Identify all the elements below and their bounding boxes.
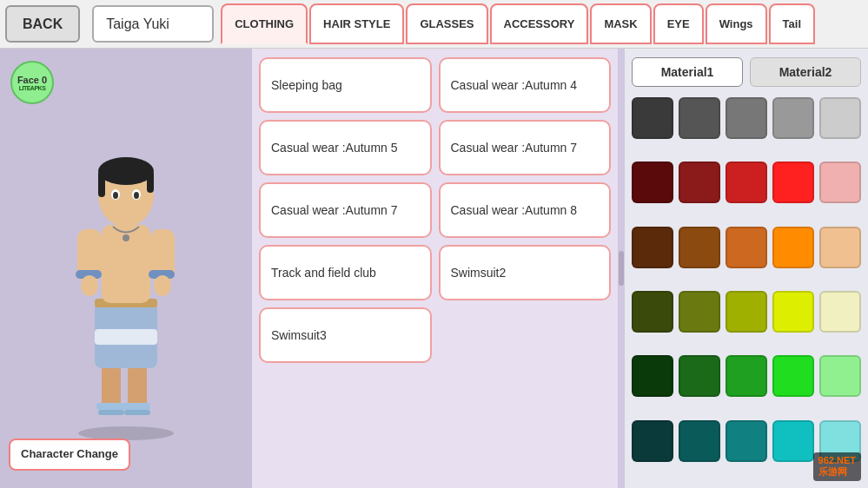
color-swatch-23[interactable] <box>772 355 814 397</box>
color-swatch-24[interactable] <box>819 355 861 397</box>
clothing-item-casual-autumn-7b[interactable]: Casual wear :Autumn 7 <box>259 182 432 238</box>
color-swatch-21[interactable] <box>679 355 720 397</box>
clothing-item-sleeping-bag[interactable]: Sleeping bag <box>259 57 432 113</box>
color-swatch-14[interactable] <box>819 227 861 268</box>
main-content: Face 0 LITEAPKS <box>0 49 868 488</box>
clothing-item-casual-autumn-5[interactable]: Casual wear :Autumn 5 <box>259 120 432 175</box>
nav-tabs: CLOTHINGHAIR STYLEGLASSESACCESSORYMASKEY… <box>221 0 815 48</box>
nav-tab-hairstyle[interactable]: HAIR STYLE <box>309 3 404 44</box>
color-swatch-0[interactable] <box>632 97 673 139</box>
color-swatch-3[interactable] <box>772 97 814 139</box>
color-swatch-8[interactable] <box>772 162 814 203</box>
color-swatch-4[interactable] <box>819 97 861 139</box>
divider-handle <box>619 251 624 286</box>
nav-tab-wings[interactable]: Wings <box>706 3 767 44</box>
color-swatch-12[interactable] <box>726 227 767 268</box>
watermark: 962.NET 乐游网 <box>813 452 861 481</box>
back-button[interactable]: BACK <box>5 5 80 43</box>
color-swatch-5[interactable] <box>632 162 673 203</box>
color-swatch-19[interactable] <box>819 291 861 333</box>
color-swatch-16[interactable] <box>679 291 720 333</box>
watermark-sub: 乐游网 <box>818 466 847 477</box>
svg-rect-15 <box>147 171 154 193</box>
clothing-item-track-field[interactable]: Track and field club <box>259 245 432 300</box>
svg-point-25 <box>81 275 98 296</box>
nav-tab-glasses[interactable]: GLASSES <box>406 3 487 44</box>
color-swatch-7[interactable] <box>726 162 767 203</box>
top-bar: BACK Taiga Yuki CLOTHINGHAIR STYLEGLASSE… <box>0 0 868 49</box>
color-swatch-13[interactable] <box>772 227 814 268</box>
color-swatch-6[interactable] <box>679 162 720 203</box>
svg-point-13 <box>98 157 154 185</box>
color-swatch-20[interactable] <box>632 355 673 397</box>
clothing-item-casual-autumn-8[interactable]: Casual wear :Autumn 8 <box>439 182 612 238</box>
color-swatch-22[interactable] <box>726 355 767 397</box>
nav-tab-eye[interactable]: EYE <box>653 3 704 44</box>
svg-point-26 <box>154 275 171 296</box>
svg-point-18 <box>113 192 118 199</box>
svg-point-19 <box>134 192 139 199</box>
color-swatch-2[interactable] <box>726 97 767 139</box>
color-swatch-15[interactable] <box>632 291 673 333</box>
clothing-item-casual-autumn-4[interactable]: Casual wear :Autumn 4 <box>439 57 612 113</box>
color-swatch-27[interactable] <box>726 420 767 462</box>
svg-rect-4 <box>123 403 150 410</box>
color-swatch-28[interactable] <box>772 420 814 462</box>
watermark-site: 962.NET <box>818 455 856 465</box>
svg-point-20 <box>123 234 129 241</box>
color-swatch-26[interactable] <box>679 420 720 462</box>
character-svg <box>56 112 195 442</box>
material-tabs: Material1 Material2 <box>632 57 861 87</box>
svg-rect-8 <box>95 329 157 345</box>
clothing-item-casual-autumn-7a[interactable]: Casual wear :Autumn 7 <box>439 120 612 175</box>
color-swatch-25[interactable] <box>632 420 673 462</box>
color-swatch-11[interactable] <box>679 227 720 268</box>
color-swatch-18[interactable] <box>772 291 814 333</box>
nav-tab-clothing[interactable]: CLOTHING <box>221 3 308 44</box>
character-area: Face 0 LITEAPKS <box>0 49 252 488</box>
svg-rect-6 <box>124 410 150 415</box>
svg-rect-5 <box>98 410 124 415</box>
color-swatch-17[interactable] <box>726 291 767 333</box>
clothing-item-swimsuit3[interactable]: Swimsuit3 <box>259 307 432 363</box>
color-swatch-9[interactable] <box>819 162 861 203</box>
svg-rect-3 <box>96 403 124 410</box>
material1-tab[interactable]: Material1 <box>632 57 743 87</box>
nav-tab-tail[interactable]: Tail <box>769 3 815 44</box>
character-name: Taiga Yuki <box>106 16 169 32</box>
clothing-list: Sleeping bagCasual wear :Autumn 4Casual … <box>252 49 618 488</box>
character-figure <box>0 49 252 488</box>
nav-tab-accessory[interactable]: ACCESSORY <box>490 3 589 44</box>
clothing-item-swimsuit2[interactable]: Swimsuit2 <box>439 245 612 300</box>
material2-tab[interactable]: Material2 <box>750 57 861 87</box>
color-swatch-10[interactable] <box>632 227 673 268</box>
character-name-box: Taiga Yuki <box>92 5 214 43</box>
svg-rect-14 <box>98 171 105 197</box>
panel-divider <box>618 49 625 488</box>
character-change-button[interactable]: Character Change <box>9 439 130 471</box>
color-panel: Material1 Material2 <box>625 49 868 488</box>
color-grid <box>632 97 861 479</box>
color-swatch-1[interactable] <box>679 97 720 139</box>
nav-tab-mask[interactable]: MASK <box>590 3 651 44</box>
